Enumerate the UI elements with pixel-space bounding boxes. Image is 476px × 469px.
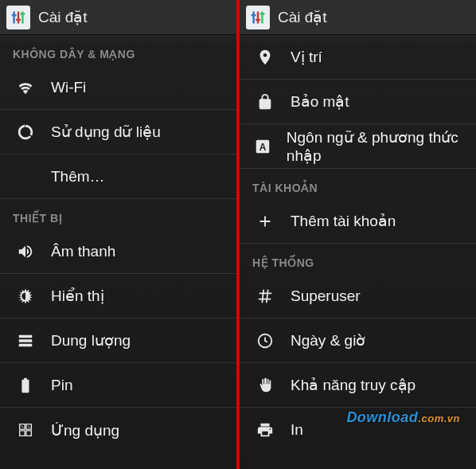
- item-superuser[interactable]: Superuser: [240, 274, 476, 319]
- section-device: THIẾT BỊ: [0, 199, 236, 229]
- titlebar-right: Cài đặt: [240, 0, 476, 35]
- item-label: Pin: [51, 377, 72, 394]
- titlebar-left: Cài đặt: [0, 0, 236, 35]
- item-label: Ngày & giờ: [291, 331, 365, 350]
- svg-rect-11: [260, 13, 265, 15]
- wifi-icon: [13, 79, 38, 96]
- hand-icon: [252, 377, 278, 394]
- location-icon: [252, 49, 278, 66]
- item-label: Sử dụng dữ liệu: [51, 123, 161, 141]
- item-label: Âm thanh: [51, 243, 115, 260]
- left-panel: Cài đặt KHÔNG DÂY & MẠNG Wi-Fi Sử dụng d…: [0, 0, 236, 469]
- item-wifi[interactable]: Wi-Fi: [0, 65, 236, 110]
- item-label: Vị trí: [291, 48, 322, 66]
- clock-icon: [252, 332, 278, 350]
- item-add-account[interactable]: Thêm tài khoản: [240, 199, 476, 244]
- svg-rect-4: [16, 18, 21, 21]
- item-label: Hiển thị: [51, 287, 104, 305]
- settings-list-left: KHÔNG DÂY & MẠNG Wi-Fi Sử dụng dữ liệu T…: [0, 35, 236, 469]
- svg-rect-1: [18, 11, 20, 23]
- item-label: Superuser: [291, 287, 361, 305]
- item-label: Bảo mật: [291, 92, 349, 111]
- display-icon: [13, 287, 38, 305]
- section-accounts: TÀI KHOẢN: [240, 169, 476, 199]
- svg-rect-5: [21, 13, 25, 15]
- item-label: Thêm…: [51, 168, 105, 186]
- item-label: Ngôn ngữ & phương thức nhập: [287, 128, 463, 165]
- lock-icon: [252, 93, 278, 111]
- item-label: Khả năng truy cập: [291, 376, 416, 394]
- item-print[interactable]: In: [240, 408, 476, 452]
- item-label: Wi-Fi: [51, 79, 86, 96]
- item-sound[interactable]: Âm thanh: [0, 229, 236, 274]
- svg-rect-7: [257, 11, 259, 23]
- settings-app-icon: [6, 6, 30, 29]
- item-more[interactable]: Thêm…: [0, 154, 236, 199]
- svg-rect-6: [252, 11, 255, 23]
- item-label: In: [291, 421, 303, 439]
- item-display[interactable]: Hiển thị: [0, 274, 236, 319]
- item-datetime[interactable]: Ngày & giờ: [240, 319, 476, 363]
- plus-icon: [252, 213, 278, 230]
- battery-icon: [13, 377, 38, 394]
- svg-text:A: A: [259, 141, 267, 152]
- storage-icon: [13, 332, 38, 350]
- item-label: Thêm tài khoản: [291, 212, 396, 230]
- svg-rect-9: [252, 14, 256, 15]
- right-panel: Cài đặt Vị trí Bảo mật A Ngôn ngữ & phươ…: [240, 0, 476, 469]
- sound-icon: [13, 243, 38, 260]
- language-icon: A: [252, 138, 274, 155]
- item-accessibility[interactable]: Khả năng truy cập: [240, 363, 476, 408]
- svg-rect-10: [256, 18, 260, 21]
- section-system: HỆ THỐNG: [240, 244, 476, 274]
- item-language-input[interactable]: A Ngôn ngữ & phương thức nhập: [240, 124, 476, 169]
- item-label: Dung lượng: [51, 331, 131, 350]
- item-data-usage[interactable]: Sử dụng dữ liệu: [0, 110, 236, 154]
- svg-rect-0: [13, 11, 15, 23]
- titlebar-title: Cài đặt: [38, 8, 88, 26]
- item-location[interactable]: Vị trí: [240, 35, 476, 80]
- titlebar-title: Cài đặt: [278, 8, 327, 26]
- item-label: Ứng dụng: [51, 421, 119, 440]
- printer-icon: [252, 421, 278, 439]
- data-usage-icon: [13, 123, 38, 141]
- hash-icon: [252, 287, 278, 305]
- item-storage[interactable]: Dung lượng: [0, 319, 236, 363]
- settings-app-icon: [246, 6, 270, 29]
- settings-list-right: Vị trí Bảo mật A Ngôn ngữ & phương thức …: [240, 35, 476, 469]
- item-apps[interactable]: Ứng dụng: [0, 408, 236, 452]
- item-battery[interactable]: Pin: [0, 363, 236, 408]
- item-security[interactable]: Bảo mật: [240, 80, 476, 124]
- svg-rect-3: [12, 14, 17, 15]
- section-wireless: KHÔNG DÂY & MẠNG: [0, 35, 236, 65]
- apps-icon: [13, 421, 38, 439]
